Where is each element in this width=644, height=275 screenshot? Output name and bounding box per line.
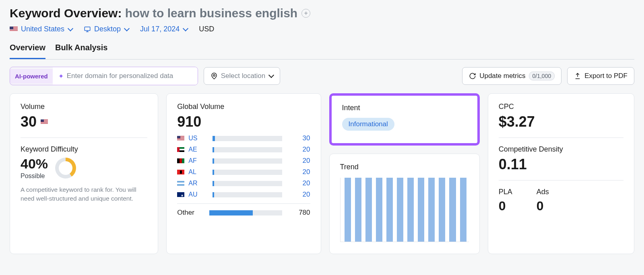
country-code-link[interactable]: AU (188, 191, 203, 198)
volume-value-row: 30 (21, 113, 147, 130)
trend-bar (376, 178, 382, 242)
ai-powered-badge: AI-powered (10, 69, 53, 84)
flag-ae-icon (177, 147, 184, 152)
refresh-icon (469, 72, 476, 80)
tab-overview[interactable]: Overview (10, 43, 45, 59)
trend-bar (460, 178, 466, 242)
difficulty-desc: A competitive keyword to rank for. You w… (21, 185, 147, 203)
domain-input-wrapper[interactable]: ✦ (53, 67, 198, 85)
page-title-row: Keyword Overview: how to learn business … (10, 6, 634, 20)
sparkle-icon: ✦ (58, 72, 64, 80)
global-volume-row: AL20 (177, 168, 310, 176)
difficulty-sub: Possible (21, 172, 48, 180)
toolbar: AI-powered ✦ Select location Update metr… (10, 67, 634, 85)
cpc-value: $3.27 (499, 113, 623, 130)
select-location-button[interactable]: Select location (204, 67, 281, 85)
competitive-label: Competitive Density (499, 145, 623, 154)
country-bar (213, 158, 282, 164)
flag-au-icon (177, 192, 184, 197)
ads-value: 0 (537, 199, 549, 213)
chevron-down-icon (268, 72, 274, 78)
country-volume-value: 20 (292, 146, 310, 154)
title-keyword: how to learn business english (125, 6, 297, 20)
country-code-link[interactable]: US (188, 135, 203, 142)
page-title: Keyword Overview: how to learn business … (10, 6, 297, 20)
update-metrics-label: Update metrics (479, 72, 525, 80)
country-volume-value: 30 (292, 134, 310, 142)
global-volume-row: US30 (177, 134, 310, 142)
trend-bar (428, 178, 435, 242)
svg-point-1 (213, 74, 215, 76)
chevron-down-icon (68, 25, 73, 31)
svg-rect-0 (85, 27, 90, 31)
trend-bar (345, 178, 351, 242)
filter-date-label: Jul 17, 2024 (140, 25, 180, 33)
volume-label: Volume (21, 103, 147, 111)
ai-input-group: AI-powered ✦ (10, 67, 198, 85)
country-code-link[interactable]: AL (188, 168, 203, 176)
update-metrics-button[interactable]: Update metrics 0/1,000 (462, 67, 561, 85)
intent-label: Intent (342, 104, 467, 112)
intent-card: Intent Informational (329, 93, 480, 146)
chevron-down-icon (124, 25, 130, 31)
title-prefix: Keyword Overview: (10, 6, 122, 20)
cards-grid: Volume 30 Keyword Difficulty 40% Possibl… (10, 93, 634, 254)
filter-device[interactable]: Desktop (84, 25, 129, 33)
trend-bar (355, 178, 361, 242)
domain-input[interactable] (67, 72, 192, 80)
add-keyword-button[interactable]: + (301, 9, 310, 18)
ads-label: Ads (537, 188, 549, 196)
intent-trend-column: Intent Informational Trend (329, 93, 480, 254)
export-pdf-button[interactable]: Export to PDF (567, 67, 634, 85)
country-bar (213, 147, 282, 152)
country-code-link[interactable]: AR (188, 180, 203, 187)
global-volume-label: Global Volume (177, 103, 310, 111)
country-bar (213, 192, 282, 197)
country-volume-value: 20 (292, 157, 310, 165)
volume-value: 30 (21, 113, 37, 130)
trend-label: Trend (340, 163, 469, 171)
difficulty-row: 40% Possible (21, 156, 147, 180)
global-volume-card: Global Volume 910 US30AE20AF20AL20AR20AU… (166, 93, 321, 254)
volume-card: Volume 30 Keyword Difficulty 40% Possibl… (10, 93, 158, 254)
difficulty-donut-icon (55, 158, 76, 179)
global-volume-value: 910 (177, 113, 310, 130)
trend-chart (340, 178, 469, 242)
global-volume-row: AU20 (177, 191, 310, 199)
pla-ads-row: PLA 0 Ads 0 (499, 188, 623, 213)
filter-date[interactable]: Jul 17, 2024 (140, 25, 188, 33)
trend-bar (397, 178, 403, 242)
country-volume-value: 20 (292, 168, 310, 176)
intent-pill[interactable]: Informational (342, 118, 394, 131)
tab-bulk-analysis[interactable]: Bulk Analysis (55, 43, 107, 59)
flag-af-icon (177, 158, 184, 163)
filter-currency-label: USD (199, 25, 214, 33)
global-volume-row: AR20 (177, 179, 310, 187)
cpc-label: CPC (499, 103, 623, 111)
tabs: Overview Bulk Analysis (10, 43, 634, 60)
global-other-value: 780 (292, 209, 310, 217)
country-bar (213, 181, 282, 186)
flag-al-icon (177, 170, 184, 174)
export-pdf-label: Export to PDF (584, 72, 627, 80)
global-volume-row: AF20 (177, 157, 310, 165)
export-icon (574, 72, 581, 80)
desktop-icon (84, 26, 91, 33)
chevron-down-icon (183, 25, 188, 31)
country-bar (213, 170, 282, 175)
update-metrics-count: 0/1,000 (529, 72, 555, 80)
flag-ar-icon (177, 181, 184, 186)
trend-card: Trend (329, 154, 480, 254)
filter-country-label: United States (21, 25, 64, 33)
country-bar (213, 136, 282, 141)
trend-bar (386, 178, 393, 242)
trend-bar (365, 178, 372, 242)
pla-label: PLA (499, 188, 512, 196)
filter-country[interactable]: United States (10, 25, 72, 33)
location-pin-icon (211, 72, 218, 80)
country-code-link[interactable]: AF (188, 157, 203, 164)
filter-device-label: Desktop (94, 25, 121, 33)
flag-us-icon (10, 27, 18, 32)
trend-bar (407, 178, 414, 242)
country-code-link[interactable]: AE (188, 146, 203, 153)
